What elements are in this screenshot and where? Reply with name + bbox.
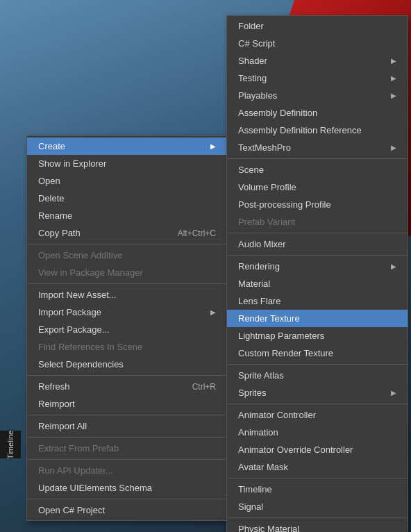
separator-after-signal <box>227 517 408 518</box>
menu-item-scene[interactable]: Scene <box>227 161 408 178</box>
context-menu-right: FolderC# ScriptShader▶Testing▶Playables▶… <box>226 15 408 532</box>
menu-item-post-processing-profile[interactable]: Post-processing Profile <box>227 196 408 213</box>
separator-after-copy-path <box>27 244 227 244</box>
menu-item-label-rendering: Rendering <box>238 261 385 272</box>
menu-item-find-references-in-scene: Find References In Scene <box>27 338 227 356</box>
menu-item-textmeshpro[interactable]: TextMeshPro▶ <box>227 139 408 156</box>
menu-item-label-prefab-variant: Prefab Variant <box>238 217 396 227</box>
menu-item-view-in-package-manager: View in Package Manager <box>27 264 227 281</box>
menu-item-avatar-mask[interactable]: Avatar Mask <box>227 458 408 476</box>
menu-item-label-volume-profile: Volume Profile <box>238 182 396 192</box>
menu-item-extract-from-prefab: Extract From Prefab <box>27 440 227 457</box>
menu-item-assembly-definition-reference[interactable]: Assembly Definition Reference <box>227 122 408 139</box>
menu-item-animation[interactable]: Animation <box>227 424 408 441</box>
menu-item-reimport-all[interactable]: Reimport All <box>27 417 227 435</box>
menu-item-physic-material[interactable]: Physic Material <box>227 520 408 532</box>
menu-item-label-render-texture: Render Texture <box>238 313 396 324</box>
menu-item-import-new-asset[interactable]: Import New Asset... <box>27 286 227 304</box>
menu-item-playables[interactable]: Playables▶ <box>227 87 408 104</box>
menu-item-animator-override-controller[interactable]: Animator Override Controller <box>227 441 408 458</box>
menu-item-custom-render-texture[interactable]: Custom Render Texture <box>227 344 408 362</box>
menu-item-label-assembly-definition-reference: Assembly Definition Reference <box>238 125 396 135</box>
separator-after-audio-mixer <box>227 255 408 256</box>
menu-item-label-signal: Signal <box>238 501 396 512</box>
menu-item-label-import-new-asset: Import New Asset... <box>38 290 216 300</box>
menu-item-label-audio-mixer: Audio Mixer <box>238 239 396 249</box>
menu-item-label-testing: Testing <box>238 73 385 83</box>
menu-item-assembly-definition[interactable]: Assembly Definition <box>227 104 408 122</box>
menu-item-delete[interactable]: Delete <box>27 190 227 207</box>
separator-after-extract-from-prefab <box>27 459 227 460</box>
separator-after-prefab-variant <box>227 233 408 233</box>
menu-item-shortcut-copy-path: Alt+Ctrl+C <box>178 228 216 238</box>
menu-item-open[interactable]: Open <box>27 172 227 190</box>
menu-item-label-delete: Delete <box>38 193 216 203</box>
menu-item-update-ui-elements-schema[interactable]: Update UIElements Schema <box>27 479 227 497</box>
menu-item-label-show-in-explorer: Show in Explorer <box>38 158 216 169</box>
menu-item-label-update-ui-elements-schema: Update UIElements Schema <box>38 483 216 493</box>
menu-item-folder[interactable]: Folder <box>227 17 408 35</box>
menu-item-volume-profile[interactable]: Volume Profile <box>227 178 408 196</box>
separator-after-custom-render-texture <box>227 364 408 365</box>
separator-after-textmeshpro <box>227 158 408 159</box>
menu-item-label-lens-flare: Lens Flare <box>238 296 396 306</box>
menu-item-label-lightmap-parameters: Lightmap Parameters <box>238 331 396 341</box>
menu-item-copy-path[interactable]: Copy PathAlt+Ctrl+C <box>27 224 227 242</box>
separator-after-avatar-mask <box>227 478 408 479</box>
menu-item-rename[interactable]: Rename <box>27 207 227 224</box>
menu-item-label-animator-controller: Animator Controller <box>238 410 396 420</box>
menu-item-open-csharp-project[interactable]: Open C# Project <box>27 501 227 519</box>
submenu-arrow-icon-testing: ▶ <box>391 74 396 82</box>
menu-item-signal[interactable]: Signal <box>227 498 408 515</box>
menu-item-lightmap-parameters[interactable]: Lightmap Parameters <box>227 327 408 344</box>
menu-item-label-copy-path: Copy Path <box>38 228 164 238</box>
menu-item-show-in-explorer[interactable]: Show in Explorer <box>27 155 227 172</box>
menu-item-label-reimport-all: Reimport All <box>38 421 216 431</box>
menu-item-csharp-script[interactable]: C# Script <box>227 35 408 52</box>
menu-item-label-view-in-package-manager: View in Package Manager <box>38 267 216 278</box>
timeline-sidebar-label: Timeline <box>0 431 21 458</box>
menu-item-label-material: Material <box>238 279 396 289</box>
menu-item-refresh[interactable]: RefreshCtrl+R <box>27 378 227 395</box>
menu-item-label-refresh: Refresh <box>38 381 178 392</box>
menu-item-label-export-package: Export Package... <box>38 324 216 335</box>
menu-item-label-folder: Folder <box>238 21 396 31</box>
menu-item-rendering[interactable]: Rendering▶ <box>227 258 408 275</box>
menu-item-label-assembly-definition: Assembly Definition <box>238 108 396 118</box>
menu-item-sprite-atlas[interactable]: Sprite Atlas <box>227 367 408 384</box>
menu-item-run-api-updater: Run API Updater... <box>27 462 227 479</box>
menu-item-label-csharp-script: C# Script <box>238 38 396 49</box>
menu-item-label-shader: Shader <box>238 56 385 66</box>
menu-item-timeline[interactable]: Timeline <box>227 481 408 498</box>
menu-item-material[interactable]: Material <box>227 275 408 292</box>
menu-item-import-package[interactable]: Import Package▶ <box>27 304 227 321</box>
menu-item-lens-flare[interactable]: Lens Flare <box>227 292 408 310</box>
menu-item-label-import-package: Import Package <box>38 307 205 317</box>
separator-after-update-ui-elements-schema <box>27 499 227 499</box>
menu-item-label-extract-from-prefab: Extract From Prefab <box>38 443 216 454</box>
menu-item-select-dependencies[interactable]: Select Dependencies <box>27 356 227 373</box>
menu-item-label-run-api-updater: Run API Updater... <box>38 465 216 476</box>
menu-item-render-texture[interactable]: Render Texture <box>227 310 408 327</box>
menu-item-export-package[interactable]: Export Package... <box>27 321 227 338</box>
menu-item-label-post-processing-profile: Post-processing Profile <box>238 199 396 210</box>
submenu-arrow-icon-create: ▶ <box>210 142 216 150</box>
menu-item-label-textmeshpro: TextMeshPro <box>238 142 385 153</box>
menu-item-audio-mixer[interactable]: Audio Mixer <box>227 235 408 253</box>
menu-item-label-animator-override-controller: Animator Override Controller <box>238 444 396 455</box>
menu-item-shader[interactable]: Shader▶ <box>227 52 408 69</box>
menu-item-prefab-variant: Prefab Variant <box>227 213 408 231</box>
menu-item-label-create: Create <box>38 141 205 151</box>
menu-item-label-rename: Rename <box>38 210 216 221</box>
menu-item-create[interactable]: Create▶ <box>27 138 227 155</box>
menu-item-label-reimport: Reimport <box>38 399 216 409</box>
menu-item-label-open: Open <box>38 176 216 186</box>
separator-after-reimport-all <box>27 437 227 438</box>
menu-item-animator-controller[interactable]: Animator Controller <box>227 406 408 424</box>
menu-item-label-select-dependencies: Select Dependencies <box>38 359 216 369</box>
menu-item-sprites[interactable]: Sprites▶ <box>227 384 408 401</box>
menu-item-label-open-csharp-project: Open C# Project <box>38 505 216 515</box>
menu-item-reimport[interactable]: Reimport <box>27 395 227 413</box>
menu-item-testing[interactable]: Testing▶ <box>227 69 408 87</box>
menu-item-label-find-references-in-scene: Find References In Scene <box>38 342 216 352</box>
